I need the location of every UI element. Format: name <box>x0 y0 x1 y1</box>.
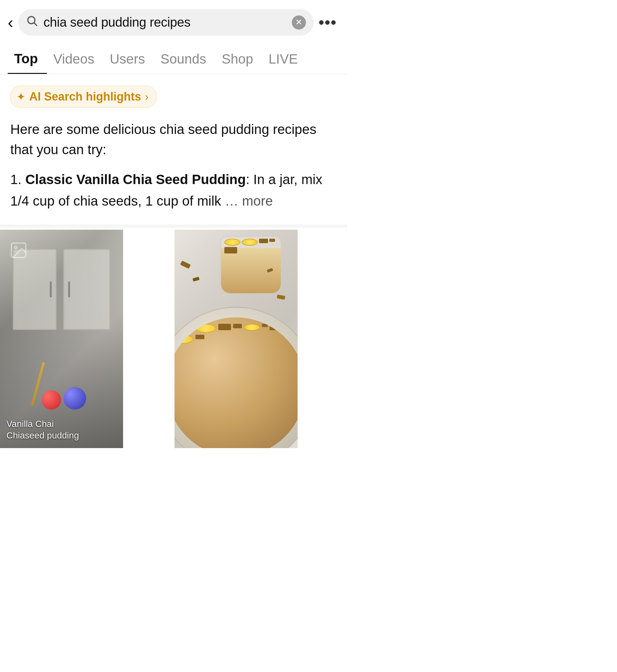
tab-videos[interactable]: Videos <box>47 45 104 74</box>
banana-md-2 <box>195 324 216 333</box>
image-placeholder-icon <box>9 239 28 265</box>
granola-2 <box>269 239 275 242</box>
main-pudding-bowl <box>175 307 297 448</box>
banana-sm-1 <box>244 324 260 331</box>
banana-slice-1 <box>224 239 240 246</box>
pudding-inner <box>175 317 297 448</box>
blue-berry <box>64 387 86 409</box>
more-options-button[interactable]: ••• <box>319 13 337 31</box>
banana-md-1 <box>175 324 193 333</box>
more-link[interactable]: … more <box>225 194 273 209</box>
ai-description-text: Here are some delicious chia seed puddin… <box>10 119 337 159</box>
video-label-left: Vanilla Chai Chiaseed pudding <box>6 418 79 442</box>
granola-md-1 <box>233 324 242 328</box>
ai-badge-label: AI Search highlights <box>29 90 141 103</box>
cabinet-handle-right <box>68 281 70 297</box>
small-glass-toppings <box>224 239 281 254</box>
granola-sm-1 <box>262 324 268 327</box>
recipe-title: Classic Vanilla Chia Seed Pudding <box>25 172 246 187</box>
search-icon <box>26 15 38 30</box>
cabinet-handle-left <box>50 281 52 297</box>
pudding-toppings <box>175 324 297 344</box>
ai-badge-chevron-icon: › <box>145 90 149 103</box>
red-berry <box>42 390 61 409</box>
tab-top[interactable]: Top <box>8 45 47 74</box>
tab-shop[interactable]: Shop <box>215 45 262 74</box>
video-card-right[interactable] <box>175 230 297 448</box>
tab-sounds[interactable]: Sounds <box>154 45 215 74</box>
granola-3 <box>224 247 237 254</box>
granola-md-2 <box>195 335 204 339</box>
svg-line-1 <box>34 23 37 25</box>
tab-live[interactable]: LIVE <box>262 45 307 74</box>
small-glass-area <box>220 236 291 300</box>
header: ‹ chia seed pudding recipes ✕ ••• <box>0 0 347 45</box>
granola-lg-1 <box>218 324 231 330</box>
recipe-number: 1 <box>10 172 18 187</box>
clear-button[interactable]: ✕ <box>292 15 306 30</box>
tab-bar: Top Videos Users Sounds Shop LIVE <box>0 45 347 74</box>
back-button[interactable]: ‹ <box>8 14 13 31</box>
ai-highlights-section: ✦ AI Search highlights › Here are some d… <box>0 74 347 228</box>
banana-md-3 <box>175 335 193 344</box>
ai-search-highlights-badge[interactable]: ✦ AI Search highlights › <box>10 86 157 108</box>
food-items <box>37 361 86 409</box>
tab-users[interactable]: Users <box>104 45 154 74</box>
video-card-left[interactable]: Vanilla Chai Chiaseed pudding <box>0 230 123 448</box>
ai-recipe-text: 1. Classic Vanilla Chia Seed Pudding: In… <box>10 169 337 212</box>
banana-slice-2 <box>242 239 258 246</box>
video-grid: Vanilla Chai Chiaseed pudding <box>0 228 347 448</box>
small-glass <box>220 236 281 294</box>
granola-lg-2 <box>270 324 282 330</box>
granola-1 <box>259 239 268 243</box>
svg-point-3 <box>15 246 17 249</box>
search-bar[interactable]: chia seed pudding recipes ✕ <box>18 9 313 36</box>
search-input-text: chia seed pudding recipes <box>43 15 286 30</box>
cabinet-right <box>63 249 110 330</box>
ai-badge-icon: ✦ <box>16 90 25 103</box>
